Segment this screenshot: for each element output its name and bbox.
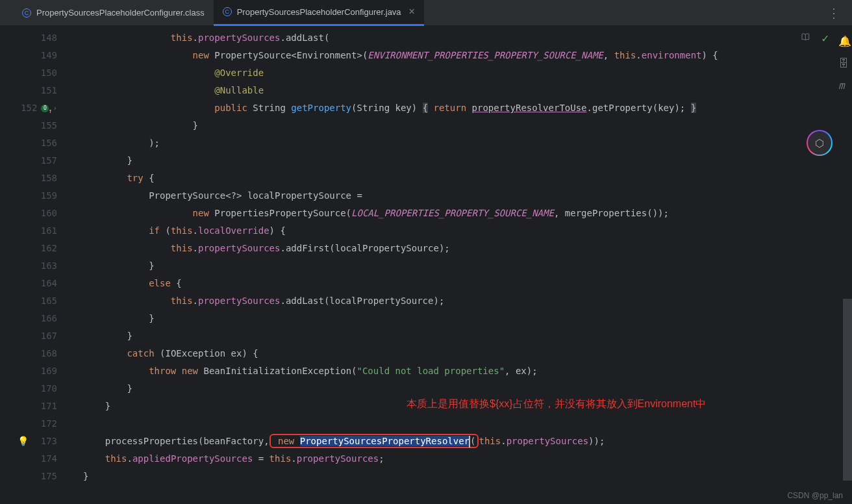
line-number: 159 bbox=[32, 187, 57, 205]
code-line[interactable]: ); bbox=[77, 134, 852, 152]
gutter-line: 165 bbox=[0, 292, 77, 310]
tab-class-file[interactable]: C PropertySourcesPlaceholderConfigurer.c… bbox=[13, 0, 214, 26]
code-line[interactable]: @Nullable bbox=[77, 82, 852, 99]
gutter-line: 166 bbox=[0, 310, 77, 327]
line-number: 150 bbox=[32, 64, 57, 82]
gutter-line: 149 bbox=[0, 47, 77, 64]
line-number: 158 bbox=[32, 170, 57, 187]
line-number: 162 bbox=[32, 240, 57, 257]
code-line[interactable]: } bbox=[77, 468, 852, 485]
line-number: 152 bbox=[12, 99, 37, 117]
gutter-line: 164 bbox=[0, 275, 77, 292]
close-icon[interactable]: × bbox=[409, 6, 415, 18]
line-number: 163 bbox=[32, 257, 57, 275]
line-number: 165 bbox=[32, 292, 57, 310]
code-area[interactable]: 本质上是用值替换${xx}占位符，并没有将其放入到Environment中 th… bbox=[77, 26, 852, 504]
line-number: 171 bbox=[32, 397, 57, 415]
code-line[interactable]: if (this.localOverride) { bbox=[77, 222, 852, 240]
gutter-line: 💡173 bbox=[0, 433, 77, 450]
right-tool-strip: 🔔 🗄 m bbox=[835, 0, 852, 504]
code-line[interactable]: processProperties(beanFactory, new Prope… bbox=[77, 433, 852, 450]
code-line[interactable]: } bbox=[77, 310, 852, 327]
line-number: 166 bbox=[32, 310, 57, 327]
gutter-line: 162 bbox=[0, 240, 77, 257]
editor-top-icons: ✓ bbox=[801, 31, 829, 45]
line-number: 149 bbox=[32, 47, 57, 64]
gutter-line: 168 bbox=[0, 345, 77, 362]
code-line[interactable]: else { bbox=[77, 275, 852, 292]
code-line[interactable]: try { bbox=[77, 170, 852, 187]
gutter-line: 161 bbox=[0, 222, 77, 240]
gutter-line: 157 bbox=[0, 152, 77, 170]
code-line[interactable]: new PropertySource<Environment>(ENVIRONM… bbox=[77, 47, 852, 64]
line-number: 170 bbox=[32, 380, 57, 397]
highlight-box: new PropertySourcesPropertyResolver( bbox=[269, 434, 479, 448]
line-number: 151 bbox=[32, 82, 57, 99]
line-number: 160 bbox=[32, 205, 57, 222]
gutter: 148149150151152O›15515615715815916016116… bbox=[0, 26, 77, 504]
check-icon[interactable]: ✓ bbox=[821, 31, 829, 45]
gutter-line: 159 bbox=[0, 187, 77, 205]
code-line[interactable]: } bbox=[77, 327, 852, 345]
ai-assistant-icon[interactable]: ⬡ bbox=[807, 130, 833, 156]
gutter-line: 175 bbox=[0, 468, 77, 485]
gutter-line: 151 bbox=[0, 82, 77, 99]
code-line[interactable]: public String getProperty(String key) { … bbox=[77, 99, 852, 117]
annotation-text: 本质上是用值替换${xx}占位符，并没有将其放入到Environment中 bbox=[407, 397, 706, 411]
gutter-line: 169 bbox=[0, 362, 77, 380]
code-line[interactable]: new PropertiesPropertySource(LOCAL_PROPE… bbox=[77, 205, 852, 222]
gutter-line: 155 bbox=[0, 117, 77, 134]
line-number: 172 bbox=[32, 415, 57, 433]
line-number: 174 bbox=[32, 450, 57, 468]
code-line[interactable]: this.appliedPropertySources = this.prope… bbox=[77, 450, 852, 468]
line-number: 175 bbox=[32, 468, 57, 485]
tab-java-file[interactable]: C PropertySourcesPlaceholderConfigurer.j… bbox=[214, 0, 424, 26]
gutter-line: 148 bbox=[0, 29, 77, 47]
gutter-line: 152O› bbox=[0, 99, 77, 117]
gutter-line: 160 bbox=[0, 205, 77, 222]
line-number: 168 bbox=[32, 345, 57, 362]
gutter-line: 170 bbox=[0, 380, 77, 397]
line-number: 169 bbox=[32, 362, 57, 380]
code-line[interactable]: PropertySource<?> localPropertySource = bbox=[77, 187, 852, 205]
class-file-icon: C bbox=[22, 8, 31, 18]
reader-mode-icon[interactable] bbox=[801, 32, 811, 44]
code-line[interactable] bbox=[77, 415, 852, 433]
selection: PropertySourcesPropertyResolver bbox=[300, 436, 470, 446]
line-number: 156 bbox=[32, 134, 57, 152]
line-number: 155 bbox=[32, 117, 57, 134]
line-number: 161 bbox=[32, 222, 57, 240]
gutter-line: 158 bbox=[0, 170, 77, 187]
database-icon[interactable]: 🗄 bbox=[838, 57, 849, 68]
gutter-line: 171 bbox=[0, 397, 77, 415]
code-line[interactable]: @Override bbox=[77, 64, 852, 82]
editor-area: 148149150151152O›15515615715815916016116… bbox=[0, 26, 852, 504]
notifications-icon[interactable]: 🔔 bbox=[838, 35, 849, 45]
gutter-line: 174 bbox=[0, 450, 77, 468]
code-line[interactable]: this.propertySources.addLast( bbox=[77, 29, 852, 47]
gutter-line: 163 bbox=[0, 257, 77, 275]
line-number: 157 bbox=[32, 152, 57, 170]
watermark: CSDN @pp_lan bbox=[787, 491, 843, 500]
code-line[interactable]: this.propertySources.addLast(localProper… bbox=[77, 292, 852, 310]
bulb-icon[interactable]: 💡 bbox=[18, 433, 29, 450]
code-line[interactable]: } bbox=[77, 152, 852, 170]
gutter-line: 150 bbox=[0, 64, 77, 82]
maven-icon[interactable]: m bbox=[838, 79, 849, 90]
code-line[interactable]: catch (IOException ex) { bbox=[77, 345, 852, 362]
tab-bar: C PropertySourcesPlaceholderConfigurer.c… bbox=[0, 0, 852, 26]
tab-label: PropertySourcesPlaceholderConfigurer.jav… bbox=[237, 7, 401, 17]
code-line[interactable]: } bbox=[77, 380, 852, 397]
fold-expander-icon[interactable]: › bbox=[53, 99, 57, 117]
code-line[interactable]: throw new BeanInitializationException("C… bbox=[77, 362, 852, 380]
line-number: 173 bbox=[32, 433, 57, 450]
line-number: 167 bbox=[32, 327, 57, 345]
code-line[interactable]: } bbox=[77, 257, 852, 275]
code-line[interactable]: this.propertySources.addFirst(localPrope… bbox=[77, 240, 852, 257]
java-file-icon: C bbox=[223, 7, 232, 16]
gutter-line: 167 bbox=[0, 327, 77, 345]
code-line[interactable]: } bbox=[77, 117, 852, 134]
tab-label: PropertySourcesPlaceholderConfigurer.cla… bbox=[36, 8, 205, 18]
line-number: 164 bbox=[32, 275, 57, 292]
override-marker-icon[interactable]: O bbox=[41, 105, 49, 112]
